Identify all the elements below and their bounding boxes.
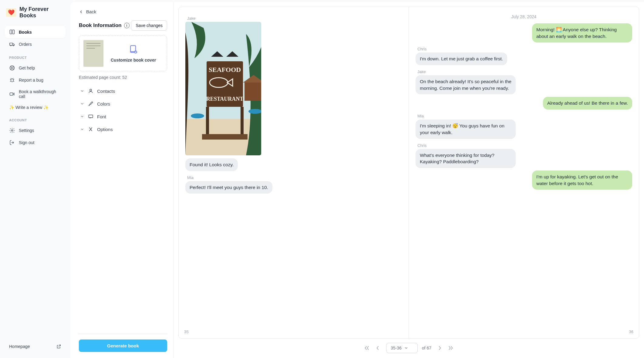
accordion-font[interactable]: Font <box>79 110 167 123</box>
sidebar-item-label: Books <box>19 30 32 35</box>
brush-icon <box>88 101 93 106</box>
svg-point-22 <box>248 109 261 114</box>
arrow-left-icon <box>79 9 84 14</box>
message-photo: SEAFOOD RESTAURANT <box>185 22 261 155</box>
sidebar-item-books[interactable]: Books <box>5 26 66 38</box>
section-label-product: PRODUCT <box>5 50 66 62</box>
brand-logo: ❤️ <box>6 8 16 17</box>
sidebar-item-orders[interactable]: Orders <box>5 38 66 50</box>
page-select[interactable]: 35-36 <box>386 343 418 353</box>
gear-icon <box>9 127 15 133</box>
sidebar-item-report-bug[interactable]: Report a bug <box>5 74 66 86</box>
chevron-down-icon <box>80 114 84 119</box>
contacts-icon <box>88 88 93 94</box>
page-select-value: 35-36 <box>391 346 402 350</box>
svg-text:SEAFOOD: SEAFOOD <box>209 66 241 73</box>
message-bubble-incoming: On the beach already! It's so peaceful i… <box>416 75 516 94</box>
last-page-button[interactable] <box>446 344 454 352</box>
pager: 35-36 of 67 <box>178 339 639 355</box>
sidebar-item-get-help[interactable]: Get help <box>5 62 66 74</box>
back-button[interactable]: Back <box>79 9 167 14</box>
message-sender: Jake <box>187 16 402 21</box>
section-title-text: Book Information <box>79 22 122 29</box>
info-icon[interactable]: i <box>124 23 130 28</box>
svg-rect-0 <box>10 43 13 46</box>
svg-point-1 <box>11 45 12 46</box>
svg-point-5 <box>11 79 13 82</box>
chevron-down-icon <box>80 89 84 93</box>
message-sender: Jake <box>417 69 632 74</box>
sidebar-item-settings[interactable]: Settings <box>5 124 66 137</box>
book-spread: Jake SEAFOOD RESTAURANT F <box>178 7 639 339</box>
section-label-account: ACCOUNT <box>5 113 66 124</box>
brand-name: My Forever Books <box>19 6 64 19</box>
svg-point-21 <box>191 113 204 118</box>
sidebar-item-label: Report a bug <box>19 78 43 83</box>
message-bubble-incoming: Found it! Looks cozy. <box>185 158 238 171</box>
chevron-down-icon <box>80 127 84 131</box>
page-left: Jake SEAFOOD RESTAURANT F <box>179 7 409 338</box>
accordion-label: Font <box>97 114 106 119</box>
page-right: July 28, 2024 Morning! 🌅 Anyone else up?… <box>409 7 639 338</box>
accordion-label: Options <box>97 127 113 132</box>
estimated-pages: Estimated page count: 52 <box>79 75 167 80</box>
prev-page-button[interactable] <box>373 344 382 352</box>
svg-point-7 <box>12 130 13 131</box>
tools-icon <box>88 127 93 132</box>
message-bubble-outgoing: Morning! 🌅 Anyone else up? Thinking abou… <box>532 23 632 42</box>
main: Back Book Information i Save changes Cus… <box>70 2 644 358</box>
message-bubble-outgoing: Already ahead of us! Be there in a few. <box>543 97 632 110</box>
editor-panel: Back Book Information i Save changes Cus… <box>70 2 174 358</box>
cover-cta-label: Customize book cover <box>111 58 156 62</box>
cover-customize-box[interactable]: Customize book cover <box>79 35 167 71</box>
svg-point-4 <box>11 67 13 69</box>
signout-icon <box>9 140 15 146</box>
sidebar-item-signout[interactable]: Sign out <box>5 137 66 149</box>
save-button[interactable]: Save changes <box>131 20 167 31</box>
accordion-options[interactable]: Options <box>79 123 167 136</box>
accordion-label: Contacts <box>97 89 115 94</box>
message-bubble-incoming: I'm sleeping in! 😴 You guys have fun on … <box>416 120 516 139</box>
svg-rect-23 <box>244 83 261 101</box>
book-icon <box>9 29 15 35</box>
svg-point-2 <box>13 45 14 46</box>
svg-rect-20 <box>202 134 248 140</box>
message-bubble-incoming: I'm down. Let me just grab a coffee firs… <box>416 52 507 65</box>
sidebar-item-label: ✨ Write a review ✨ <box>9 105 49 110</box>
chat-icon <box>88 114 93 119</box>
book-edit-icon <box>128 44 139 55</box>
bug-icon <box>9 77 15 83</box>
external-link-icon <box>56 344 61 349</box>
sidebar-item-review[interactable]: ✨ Write a review ✨ <box>5 102 66 113</box>
brand: ❤️ My Forever Books <box>5 6 66 19</box>
homepage-link[interactable]: Homepage <box>5 341 66 352</box>
cover-thumbnail <box>83 40 103 67</box>
accordion-colors[interactable]: Colors <box>79 97 167 110</box>
chevron-down-icon <box>404 346 408 350</box>
next-page-button[interactable] <box>436 344 444 352</box>
page-total: of 67 <box>422 346 431 350</box>
date-header: July 28, 2024 <box>416 14 632 19</box>
accordion-contacts[interactable]: Contacts <box>79 85 167 97</box>
accordion-label: Colors <box>97 101 110 106</box>
page-number-right: 36 <box>629 329 633 334</box>
generate-book-button[interactable]: Generate book <box>79 339 167 352</box>
section-title: Book Information i <box>79 22 130 29</box>
sidebar-item-label: Get help <box>19 66 35 70</box>
message-bubble-outgoing: I'm up for kayaking. Let's get out on th… <box>532 171 632 190</box>
sidebar: ❤️ My Forever Books Books Orders PRODUCT… <box>0 0 70 358</box>
sidebar-item-label: Sign out <box>19 140 34 145</box>
sidebar-item-label: Settings <box>19 128 34 133</box>
svg-rect-19 <box>241 107 244 137</box>
svg-rect-18 <box>206 107 209 137</box>
chevron-down-icon <box>80 102 84 106</box>
first-page-button[interactable] <box>363 344 372 352</box>
message-sender: Chris <box>417 47 632 51</box>
homepage-label: Homepage <box>9 344 30 349</box>
message-bubble-incoming: What's everyone thinking for today? Kaya… <box>416 149 516 168</box>
video-icon <box>9 91 15 97</box>
sidebar-item-walkthrough[interactable]: Book a walkthrough call <box>5 86 66 102</box>
lifebuoy-icon <box>9 65 15 71</box>
message-sender: Chris <box>417 143 632 148</box>
truck-icon <box>9 41 15 47</box>
